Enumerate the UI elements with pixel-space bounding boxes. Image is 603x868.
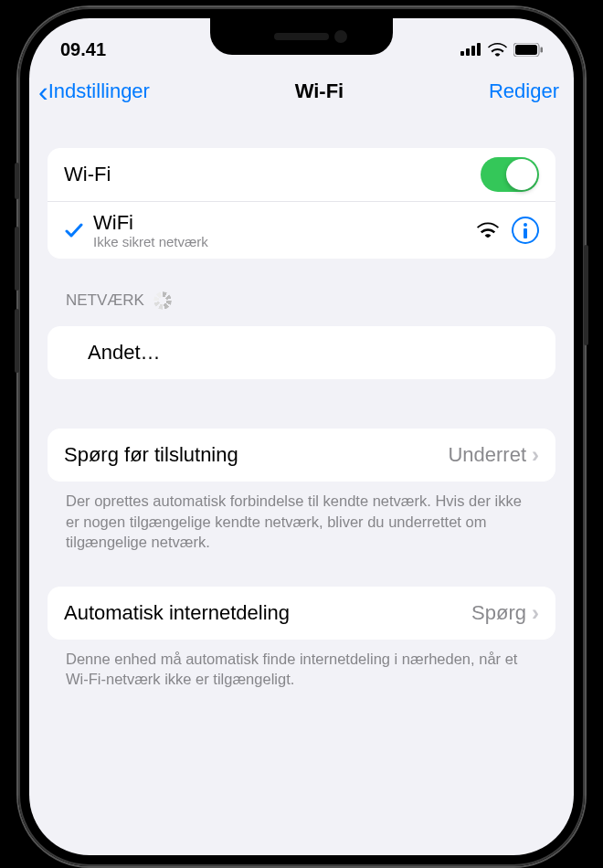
other-networks-group: Andet…	[48, 326, 555, 379]
phone-frame: 09.41 ‹ Indstillinger Wi-Fi Rediger	[18, 7, 585, 866]
content: Wi-Fi WiFi Ikke sikret netværk	[29, 148, 574, 690]
connected-network-subtitle: Ikke sikret netværk	[93, 234, 208, 249]
other-network-row[interactable]: Andet…	[48, 326, 555, 379]
wifi-toggle[interactable]	[481, 157, 539, 192]
notch	[210, 18, 393, 55]
other-network-label: Andet…	[64, 341, 539, 365]
back-label: Indstillinger	[48, 79, 150, 103]
battery-icon	[513, 43, 543, 57]
connected-network-info: WiFi Ikke sikret netværk	[93, 211, 208, 249]
connected-network-row[interactable]: WiFi Ikke sikret netværk	[48, 202, 555, 259]
svg-rect-2	[471, 46, 475, 56]
cellular-icon	[460, 43, 481, 56]
svg-rect-6	[541, 47, 544, 52]
wifi-signal-icon	[477, 222, 499, 238]
svg-rect-8	[524, 228, 527, 238]
svg-rect-0	[460, 51, 464, 56]
ask-footer: Der oprettes automatisk forbindelse til …	[48, 482, 555, 552]
ask-group: Spørg før tilslutning Underret ›	[48, 429, 555, 482]
page-title: Wi-Fi	[295, 79, 344, 103]
wifi-toggle-label: Wi-Fi	[64, 163, 481, 186]
svg-rect-3	[477, 43, 481, 56]
hotspot-footer: Denne enhed må automatisk finde internet…	[48, 640, 555, 690]
nav-bar: ‹ Indstillinger Wi-Fi Rediger	[29, 68, 574, 115]
status-right	[460, 43, 543, 57]
spinner-icon	[153, 291, 172, 310]
volume-down-button	[15, 309, 19, 373]
back-button[interactable]: ‹ Indstillinger	[38, 77, 150, 106]
status-time: 09.41	[60, 39, 106, 60]
wifi-toggle-row: Wi-Fi	[48, 148, 555, 202]
ask-to-join-label: Spørg før tilslutning	[64, 443, 448, 467]
auto-hotspot-row[interactable]: Automatisk internetdeling Spørg ›	[48, 587, 555, 640]
chevron-right-icon: ›	[532, 600, 539, 626]
svg-rect-5	[515, 45, 537, 55]
toggle-knob	[506, 159, 537, 190]
auto-hotspot-label: Automatisk internetdeling	[64, 601, 471, 625]
chevron-left-icon: ‹	[38, 77, 48, 106]
svg-rect-1	[466, 48, 470, 56]
wifi-status-icon	[488, 43, 507, 57]
front-camera	[334, 30, 347, 43]
info-icon[interactable]	[512, 217, 539, 244]
ask-to-join-row[interactable]: Spørg før tilslutning Underret ›	[48, 429, 555, 482]
ask-to-join-value: Underret	[448, 443, 526, 467]
checkmark-icon	[64, 220, 93, 240]
edit-button[interactable]: Rediger	[489, 79, 559, 103]
svg-point-7	[524, 223, 527, 227]
chevron-right-icon: ›	[532, 442, 539, 468]
networks-header: NETVÆRK	[48, 291, 555, 317]
mute-switch	[15, 163, 19, 199]
networks-header-label: NETVÆRK	[66, 291, 144, 310]
power-button	[584, 245, 588, 345]
hotspot-group: Automatisk internetdeling Spørg ›	[48, 587, 555, 640]
connected-network-name: WiFi	[93, 211, 208, 234]
auto-hotspot-value: Spørg	[471, 601, 526, 625]
screen: 09.41 ‹ Indstillinger Wi-Fi Rediger	[29, 18, 574, 855]
speaker-grille	[274, 33, 329, 40]
wifi-group: Wi-Fi WiFi Ikke sikret netværk	[48, 148, 555, 259]
volume-up-button	[15, 227, 19, 291]
